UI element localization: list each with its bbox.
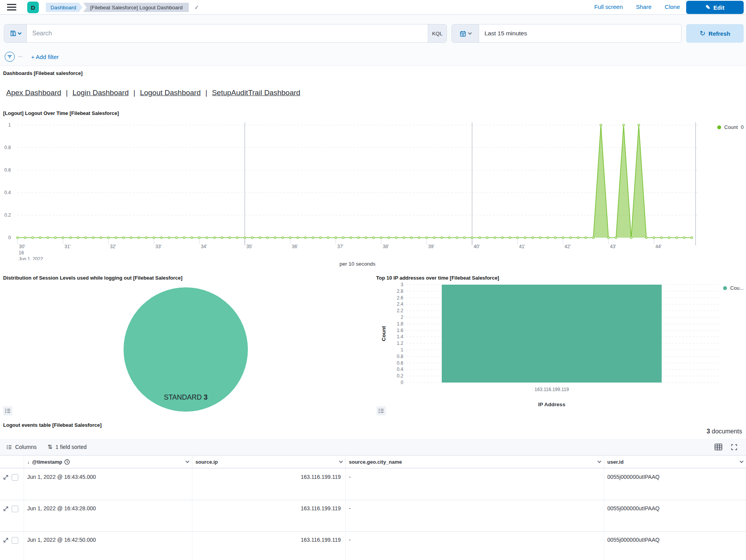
svg-text:38': 38': [383, 244, 389, 249]
svg-text:0.4: 0.4: [397, 367, 403, 372]
breadcrumb-dashboard[interactable]: Dashboard: [46, 3, 82, 12]
svg-text:Jun 1, 2022: Jun 1, 2022: [19, 256, 43, 260]
svg-text:16: 16: [19, 250, 24, 256]
cell-user-id: 0055j000000utIPAAQ: [604, 532, 746, 560]
edit-button[interactable]: ✎ Edit: [686, 1, 744, 14]
pie-legend-toggle-button[interactable]: [3, 406, 12, 416]
breadcrumb-current: [Filebeat Salesforce] Logout Dashboard: [83, 3, 189, 12]
svg-text:2.6: 2.6: [397, 295, 403, 301]
kibana-dashboard-page: D Dashboard [Filebeat Salesforce] Logout…: [0, 0, 746, 560]
list-icon: [6, 444, 12, 450]
check-icon: ✓: [194, 4, 199, 11]
menu-icon[interactable]: [7, 4, 16, 11]
columns-button[interactable]: Columns: [6, 444, 37, 450]
svg-text:43': 43': [610, 244, 616, 249]
add-filter-button[interactable]: + Add filter: [31, 54, 59, 60]
chevron-down-icon[interactable]: [339, 459, 343, 463]
cell-source-ip: 163.116.199.119: [192, 469, 346, 500]
svg-text:1: 1: [401, 347, 403, 353]
query-bar-section: KQL Last 15 minutes ↻ Refresh: [0, 15, 746, 66]
svg-text:2.2: 2.2: [397, 308, 403, 313]
svg-text:33': 33': [155, 244, 162, 249]
saved-query-menu-button[interactable]: [4, 24, 27, 42]
row-checkbox[interactable]: [12, 474, 18, 481]
cell-city-name: -: [346, 532, 604, 560]
full-screen-button[interactable]: Full screen: [594, 3, 622, 10]
link-apex-dashboard[interactable]: Apex Dashboard: [6, 89, 61, 97]
kql-button[interactable]: KQL: [428, 24, 446, 42]
link-logout-dashboard[interactable]: Logout Dashboard: [140, 89, 200, 97]
refresh-button[interactable]: ↻ Refresh: [686, 24, 744, 43]
nav-actions: Full screen Share Clone: [594, 3, 680, 10]
bar-legend-toggle-button[interactable]: [376, 406, 386, 416]
svg-text:41': 41': [519, 244, 525, 249]
fullscreen-button[interactable]: [731, 444, 737, 450]
header-timestamp[interactable]: ↓ @timestamp: [24, 456, 192, 468]
expand-row-icon[interactable]: [3, 537, 9, 543]
svg-text:2.4: 2.4: [397, 301, 403, 307]
fullscreen-icon: [731, 444, 737, 450]
link-login-dashboard[interactable]: Login Dashboard: [72, 89, 129, 97]
dashboard-links: Apex Dashboard|Login Dashboard|Logout Da…: [6, 89, 300, 97]
row-checkbox[interactable]: [12, 537, 18, 544]
chevron-down-icon[interactable]: [740, 459, 744, 463]
pie-slice-label: STANDARD 3: [127, 393, 244, 402]
svg-text:30': 30': [19, 244, 25, 249]
search-input[interactable]: [27, 30, 428, 37]
area-legend[interactable]: Count 0: [717, 124, 744, 130]
space-avatar[interactable]: D: [27, 2, 39, 13]
svg-text:1.2: 1.2: [397, 341, 403, 346]
table-body: Jun 1, 2022 @ 16:43:45.000 163.116.199.1…: [0, 469, 746, 560]
header-user-id[interactable]: user.id: [604, 456, 746, 468]
pencil-icon: ✎: [706, 4, 711, 11]
time-range-value[interactable]: Last 15 minutes: [479, 30, 527, 37]
cell-timestamp: Jun 1, 2022 @ 16:43:28.000: [24, 500, 192, 531]
svg-text:0: 0: [8, 235, 11, 240]
table-grid-icon: [715, 443, 722, 450]
divider: [18, 56, 23, 57]
top-nav: D Dashboard [Filebeat Salesforce] Logout…: [0, 0, 746, 15]
chevron-down-icon[interactable]: [598, 459, 601, 463]
svg-text:40': 40': [474, 244, 480, 249]
area-xaxis-title: per 10 seconds: [0, 261, 715, 267]
svg-text:1.6: 1.6: [397, 328, 403, 333]
svg-text:0.2: 0.2: [4, 212, 11, 218]
svg-text:0.8: 0.8: [4, 145, 11, 150]
chevron-down-icon: [468, 31, 472, 35]
share-button[interactable]: Share: [636, 3, 652, 10]
pie-slice[interactable]: [124, 287, 248, 412]
header-source-ip[interactable]: source.ip: [192, 456, 346, 468]
svg-text:37': 37': [337, 244, 343, 249]
date-quick-menu-button[interactable]: [452, 24, 479, 42]
save-icon: [10, 30, 16, 37]
bar-legend[interactable]: Cou...: [723, 285, 744, 291]
logout-over-time-chart[interactable]: 00.20.40.60.8130'31'32'33'34'35'36'37'38…: [0, 120, 746, 260]
svg-text:3: 3: [401, 282, 403, 287]
expand-row-icon[interactable]: [3, 506, 9, 511]
svg-text:42': 42': [565, 244, 571, 249]
cell-source-ip: 163.116.199.119: [192, 532, 346, 560]
link-setupaudittrail-dashboard[interactable]: SetupAuditTrail Dashboard: [212, 89, 300, 97]
sort-fields-button[interactable]: ⇅ 1 field sorted: [47, 443, 87, 450]
clock-icon: [64, 459, 70, 465]
top-ip-chart[interactable]: 00.20.40.60.811.21.41.61.822.22.42.62.83…: [373, 280, 746, 397]
row-checkbox[interactable]: [12, 506, 18, 512]
svg-text:32': 32': [110, 244, 116, 249]
breadcrumb: Dashboard [Filebeat Salesforce] Logout D…: [46, 3, 199, 12]
svg-text:0.4: 0.4: [4, 190, 11, 195]
header-source-geo-city-name[interactable]: source.geo.city_name: [346, 456, 604, 468]
bar-legend-dot: [723, 286, 727, 290]
svg-text:Count: Count: [381, 326, 387, 341]
cell-city-name: -: [346, 469, 604, 500]
clone-button[interactable]: Clone: [665, 3, 680, 10]
chevron-down-icon[interactable]: [186, 459, 190, 463]
area-legend-dot: [717, 125, 721, 129]
row-controls: [0, 532, 24, 560]
list-icon: [378, 408, 384, 414]
expand-row-icon[interactable]: [3, 475, 9, 480]
svg-text:0.8: 0.8: [397, 354, 403, 359]
svg-text:0.6: 0.6: [397, 360, 403, 366]
filter-icon[interactable]: [5, 52, 15, 62]
svg-text:44': 44': [655, 244, 662, 249]
display-options-button[interactable]: [715, 443, 722, 450]
